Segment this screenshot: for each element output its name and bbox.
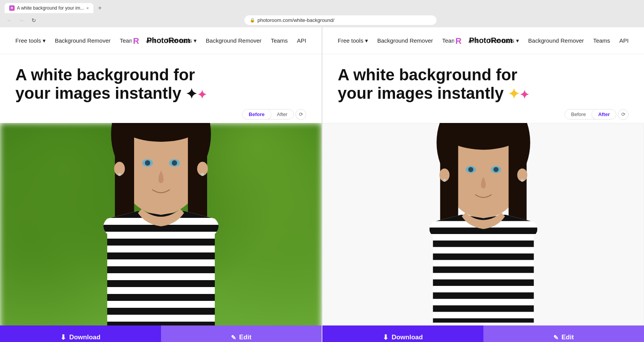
reload-button[interactable]: ↻ — [29, 16, 38, 25]
hero-title-right: A white background for your images insta… — [338, 66, 538, 103]
download-label-right: Download — [392, 334, 423, 341]
edit-label-right: Edit — [561, 334, 574, 341]
edit-icon-left: ✎ — [231, 334, 236, 341]
svg-rect-45 — [429, 266, 537, 273]
active-tab[interactable]: R A white background for your im... × — [5, 3, 93, 13]
svg-point-14 — [201, 173, 204, 176]
hero-right: A white background for your images insta… — [322, 54, 644, 109]
download-btn-left[interactable]: ⬇ Download — [0, 325, 161, 342]
download-icon-left: ⬇ — [60, 333, 66, 342]
brand-logo-icon: R — [131, 35, 144, 47]
ba-pill-left: Before After — [242, 109, 294, 120]
after-btn-right[interactable]: After — [592, 110, 616, 119]
svg-rect-43 — [429, 241, 537, 247]
svg-point-9 — [145, 160, 150, 166]
svg-point-10 — [172, 160, 177, 166]
api-right[interactable]: API — [297, 37, 306, 44]
dropdown-arrow-r: ▾ — [365, 37, 368, 44]
svg-rect-46 — [429, 279, 537, 286]
tab-favicon: R — [9, 5, 15, 11]
sparkle-icon-left: ✦ — [186, 86, 197, 102]
bg-remover-right[interactable]: Background Remover — [206, 37, 262, 44]
hero-line1: A white background for — [15, 66, 195, 84]
sparkle-icon-right: ✦ — [508, 86, 520, 102]
edit-icon-right: ✎ — [553, 334, 558, 341]
download-btn-right[interactable]: ⬇ Download — [322, 325, 483, 342]
teams-far-right[interactable]: Teams — [593, 37, 610, 44]
svg-point-35 — [493, 167, 498, 172]
svg-rect-49 — [429, 318, 537, 325]
svg-rect-22 — [103, 294, 219, 301]
person-svg-after — [397, 123, 570, 326]
after-btn-left[interactable]: After — [271, 110, 294, 119]
download-icon-right: ⬇ — [383, 333, 388, 342]
brand-center-right: R PhotoRoom — [454, 35, 513, 47]
svg-rect-19 — [103, 252, 219, 259]
edit-label-left: Edit — [239, 334, 251, 341]
tab-close-btn[interactable]: × — [86, 6, 89, 10]
edit-btn-left[interactable]: ✎ Edit — [161, 325, 322, 342]
api-far-right[interactable]: API — [619, 37, 629, 44]
brand-logo-right: R — [454, 35, 466, 47]
browser-chrome: R A white background for your im... × + … — [0, 0, 644, 27]
tab-title: A white background for your im... — [17, 5, 84, 11]
person-left — [0, 123, 322, 326]
svg-rect-21 — [103, 280, 219, 287]
free-tools-label-r: Free tools — [338, 37, 363, 44]
dropdown-arrow: ▾ — [43, 37, 46, 44]
teams-right[interactable]: Teams — [271, 37, 288, 44]
action-row-left: ⬇ Download ✎ Edit — [0, 325, 322, 342]
svg-point-39 — [521, 179, 524, 182]
edit-btn-right[interactable]: ✎ Edit — [483, 325, 644, 342]
hero-line2-right: your images instantly — [338, 84, 508, 102]
image-area-right: ⬇ Download ✎ Edit — [322, 123, 644, 342]
free-tools-menu[interactable]: Free tools ▾ — [15, 37, 46, 44]
before-after-row-left: Before After ⟳ — [0, 109, 322, 123]
svg-point-38 — [443, 179, 446, 182]
svg-rect-23 — [103, 308, 219, 315]
before-btn-right[interactable]: Before — [565, 110, 592, 119]
dropdown-arrow-right: ▾ — [194, 37, 197, 44]
left-page: Free tools ▾ Background Remover Teams AP… — [0, 27, 322, 342]
svg-rect-18 — [103, 239, 219, 246]
brand-center: R PhotoRoom — [131, 35, 190, 47]
bg-remover-right-nav[interactable]: Background Remover — [377, 37, 433, 44]
refresh-btn-right[interactable]: ⟳ — [618, 109, 629, 120]
svg-point-13 — [118, 173, 121, 176]
svg-point-34 — [468, 167, 473, 172]
svg-rect-47 — [429, 292, 537, 299]
svg-text:R: R — [455, 36, 461, 46]
right-page: Free tools ▾ Background Remover Teams AP… — [322, 27, 644, 342]
hero-left: A white background for your images insta… — [0, 54, 322, 109]
download-label-left: Download — [69, 334, 100, 341]
forward-button[interactable]: → — [17, 16, 26, 25]
url-text: photoroom.com/white-background/ — [257, 17, 334, 23]
action-row-right: ⬇ Download ✎ Edit — [322, 325, 644, 342]
sparkle-pink-left: ✦ — [197, 88, 207, 101]
free-tools-label: Free tools — [15, 37, 41, 44]
image-area-left: ⬇ Download ✎ Edit — [0, 123, 322, 342]
tab-bar: R A white background for your im... × + — [5, 3, 639, 13]
new-tab-btn[interactable]: + — [95, 3, 105, 13]
hero-line1-right: A white background for — [338, 66, 517, 84]
ba-pill-right: Before After — [564, 109, 616, 120]
lock-icon: 🔒 — [250, 18, 255, 23]
back-button[interactable]: ← — [5, 16, 14, 25]
left-nav: Free tools ▾ Background Remover Teams AP… — [0, 27, 322, 54]
page-container: Free tools ▾ Background Remover Teams AP… — [0, 27, 644, 342]
before-btn-left[interactable]: Before — [242, 110, 271, 119]
right-nav: Free tools ▾ Background Remover Teams AP… — [322, 27, 644, 54]
svg-rect-48 — [429, 305, 537, 312]
svg-text:R: R — [133, 36, 139, 46]
address-bar[interactable]: 🔒 photoroom.com/white-background/ — [244, 15, 437, 25]
brand-name-right: PhotoRoom — [469, 36, 513, 45]
bg-remover-far-right[interactable]: Background Remover — [528, 37, 584, 44]
svg-rect-44 — [429, 254, 537, 260]
hero-title-left: A white background for your images insta… — [15, 66, 215, 103]
background-remover-link[interactable]: Background Remover — [55, 37, 111, 44]
sparkle-pink-right: ✦ — [520, 88, 529, 101]
person-right — [322, 123, 644, 326]
free-tools-menu-right[interactable]: Free tools ▾ — [338, 37, 368, 44]
hero-line2: your images instantly — [15, 84, 186, 102]
refresh-btn-left[interactable]: ⟳ — [295, 109, 306, 120]
